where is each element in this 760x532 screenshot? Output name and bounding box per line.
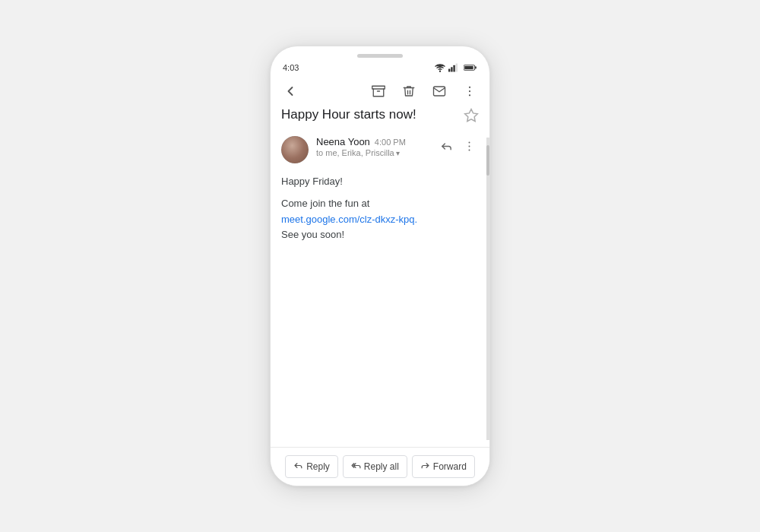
reply-all-button[interactable]: Reply all bbox=[343, 455, 407, 478]
email-intro: Come join the fun at meet.google.com/clz… bbox=[281, 196, 479, 243]
sender-actions bbox=[436, 136, 479, 156]
reply-all-icon bbox=[351, 461, 361, 473]
svg-marker-13 bbox=[465, 109, 478, 122]
svg-point-11 bbox=[469, 90, 470, 92]
forward-button[interactable]: Forward bbox=[412, 455, 475, 478]
action-bar: Reply Reply all Forward bbox=[271, 447, 489, 486]
svg-point-10 bbox=[469, 87, 470, 88]
chevron-down-icon: ▾ bbox=[396, 149, 400, 157]
status-time: 4:03 bbox=[283, 63, 299, 72]
sender-to-label: to me, Erika, Priscilla bbox=[316, 148, 394, 157]
svg-rect-6 bbox=[475, 66, 477, 68]
email-content: Happy Hour starts now! Neena Yoon 4:00 P… bbox=[271, 106, 489, 447]
status-icons bbox=[435, 62, 477, 73]
quick-reply-button[interactable] bbox=[436, 136, 456, 156]
email-body: Happy Friday! Come join the fun at meet.… bbox=[281, 174, 479, 243]
svg-rect-2 bbox=[451, 67, 452, 71]
svg-rect-7 bbox=[464, 66, 473, 69]
sender-name-row: Neena Yoon 4:00 PM bbox=[316, 136, 429, 147]
star-button[interactable] bbox=[464, 108, 479, 127]
svg-point-15 bbox=[468, 145, 470, 147]
back-button[interactable] bbox=[280, 81, 301, 102]
status-bar: 4:03 bbox=[271, 58, 489, 76]
email-signoff: See you soon! bbox=[281, 229, 344, 240]
signal-icon bbox=[448, 63, 461, 72]
svg-rect-4 bbox=[456, 63, 458, 71]
scrollbar-thumb[interactable] bbox=[486, 145, 489, 176]
avatar-image bbox=[281, 136, 309, 163]
battery-icon bbox=[464, 63, 477, 72]
sender-row: Neena Yoon 4:00 PM to me, Erika, Priscil… bbox=[281, 136, 479, 163]
reply-all-label: Reply all bbox=[364, 461, 399, 472]
forward-icon bbox=[420, 461, 430, 473]
avatar bbox=[281, 136, 309, 163]
svg-rect-3 bbox=[453, 65, 454, 72]
sender-more-button[interactable] bbox=[459, 136, 479, 156]
svg-point-0 bbox=[439, 71, 440, 71]
svg-rect-1 bbox=[448, 69, 450, 72]
sender-time: 4:00 PM bbox=[375, 138, 406, 147]
mark-unread-button[interactable] bbox=[429, 81, 450, 102]
reply-label: Reply bbox=[306, 461, 330, 472]
svg-point-12 bbox=[469, 94, 470, 96]
svg-point-16 bbox=[468, 149, 470, 150]
sender-info: Neena Yoon 4:00 PM to me, Erika, Priscil… bbox=[316, 136, 429, 157]
svg-point-14 bbox=[468, 141, 470, 143]
phone-shell: 4:03 bbox=[270, 46, 490, 486]
email-link[interactable]: meet.google.com/clz-dkxz-kpq. bbox=[281, 214, 417, 225]
forward-label: Forward bbox=[433, 461, 467, 472]
scrollbar-track bbox=[486, 138, 489, 440]
email-intro-text: Come join the fun at bbox=[281, 198, 369, 209]
archive-button[interactable] bbox=[368, 81, 389, 102]
wifi-icon bbox=[435, 62, 445, 73]
email-greeting: Happy Friday! bbox=[281, 174, 479, 190]
reply-icon bbox=[293, 461, 303, 473]
email-subject-row: Happy Hour starts now! bbox=[281, 106, 479, 127]
delete-button[interactable] bbox=[398, 81, 420, 102]
email-subject: Happy Hour starts now! bbox=[281, 106, 458, 123]
more-options-button[interactable] bbox=[459, 81, 480, 102]
svg-rect-8 bbox=[372, 86, 385, 89]
reply-button[interactable]: Reply bbox=[285, 455, 338, 478]
toolbar bbox=[271, 76, 489, 106]
sender-name: Neena Yoon bbox=[316, 136, 370, 147]
sender-to[interactable]: to me, Erika, Priscilla ▾ bbox=[316, 148, 429, 157]
